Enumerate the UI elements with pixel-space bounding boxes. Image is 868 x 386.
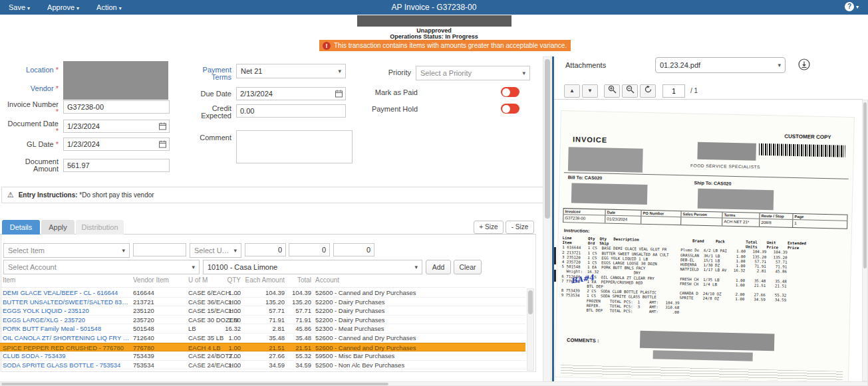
help-icon: ? [845,2,854,11]
location-label[interactable]: Location [7,66,59,74]
table-scrollbar-track[interactable] [527,288,534,371]
item-search-input[interactable] [133,243,186,256]
clear-button[interactable]: Clear [454,260,482,274]
chevron-down-icon: ▾ [778,62,781,68]
item-link[interactable]: SODA SPRITE GLASS BOTTLE - 753534 [3,361,130,370]
item-link[interactable]: EGGS YOLK LIQUID - 235120 [3,306,130,316]
zoom-out-icon[interactable] [622,84,638,98]
account-cell: 52600 - Canned and Dry Purchases [315,334,482,343]
page-number-input[interactable] [662,84,685,98]
header-account[interactable]: Account [315,276,482,284]
each-amount-input[interactable] [289,243,330,256]
horizontal-scrollbar-track[interactable] [0,381,868,386]
table-row[interactable]: CLUB SODA - 753439753439CASE 24/BOTTLE 1… [0,351,525,361]
select-account-dropdown[interactable]: Select Account ▾ [3,260,200,274]
payment-terms-label[interactable]: Payment Terms [192,66,231,81]
pdf-scrollbar-track[interactable] [862,100,868,381]
details-table-rows: DEMI GLACE VEAL/BEEF - CL - 616644616644… [0,288,525,369]
each-amount-cell: 34.59 [243,361,285,370]
entry-instructions-bar: ⚠ Entry Instructions: *Do short pay this… [1,187,547,203]
table-row[interactable]: EGGS LARGE/XLG - 235720235720CASE 30 DOZ… [0,316,525,325]
app-window: AP Invoice - G37238-00 Save▾ Approve▾ Ac… [0,0,868,386]
alert-icon: ! [323,42,331,50]
page-up-button[interactable]: ▲ [564,84,580,98]
priority-select[interactable]: Select a Priority ▾ [416,66,530,80]
header-qty[interactable]: QTY [218,276,241,284]
approve-menu[interactable]: Approve▾ [39,3,88,11]
due-date-input[interactable] [236,87,346,100]
increase-size-button[interactable]: + Size [474,221,504,234]
table-row[interactable]: OIL CANOLA ZT/ SHORTENING LIQ FRY 35L...… [0,334,525,343]
select-item-dropdown[interactable]: Select Item ▾ [3,243,130,258]
payment-hold-toggle[interactable] [501,104,519,114]
download-icon[interactable] [797,58,811,71]
page-down-button[interactable]: ▼ [582,84,598,98]
table-scrollbar-thumb[interactable] [528,290,533,314]
mark-as-paid-toggle[interactable] [501,87,519,97]
header-total[interactable]: Total [286,276,311,284]
gl-date-input[interactable] [63,138,170,151]
vendor-item-cell: 753534 [133,361,185,370]
total-input[interactable] [333,243,374,256]
rotate-icon[interactable] [640,84,656,98]
main-scrollbar-track[interactable] [543,56,551,382]
item-link[interactable]: PORK BUTT Family Meal - 501548 [3,324,130,334]
table-row[interactable]: BUTTER UNSALTED/SWEET/SALTED 83% 1 ...21… [0,298,525,307]
save-menu[interactable]: Save▾ [0,3,39,11]
chevron-down-icon: ▾ [122,247,125,254]
credit-expected-input[interactable] [236,104,346,118]
calendar-icon[interactable] [159,122,166,132]
tab-details[interactable]: Details [2,220,40,235]
header-item[interactable]: Item [3,276,130,284]
action-menu[interactable]: Action▾ [88,3,130,11]
select-uom-dropdown[interactable]: Select Unit of Mea ▾ [190,243,241,258]
horizontal-scrollbar-thumb[interactable] [1,383,388,385]
table-row[interactable]: DEMI GLACE VEAL/BEEF - CL - 616644616644… [0,288,525,298]
qty-input[interactable] [245,243,286,256]
item-link[interactable]: EGGS LARGE/XLG - 235720 [3,316,130,325]
chevron-down-icon: ▾ [76,5,79,11]
header-each-amount[interactable]: Each Amount [243,276,285,284]
pdf-viewer[interactable]: INVOICE CUSTOMER COPY FOOD SERVICE SPECI… [554,100,862,381]
vendor-item-cell: 501548 [133,324,185,334]
vendor-label[interactable]: Vendor [7,85,59,92]
item-link[interactable]: OIL CANOLA ZT/ SHORTENING LIQ FRY 35L... [3,334,130,343]
zoom-in-icon[interactable] [604,84,620,98]
each-amount-cell: 2.81 [243,324,285,334]
account-dropdown[interactable]: 10100 - Casa Limone ▾ [203,260,422,274]
chevron-down-icon: ▾ [338,68,341,74]
scan-redacted-box [698,189,774,211]
qty-cell: 1.00 [218,298,241,307]
comment-input[interactable] [236,130,353,163]
help-menu[interactable]: ? ▾ [845,2,859,11]
table-row[interactable]: SODA SPRITE GLASS BOTTLE - 753534753534C… [0,361,525,370]
table-row[interactable]: SPICE PEPPER RED CRUSHED - 776780776780E… [0,343,525,352]
pdf-scrollbar-thumb[interactable] [863,102,867,268]
document-date-input[interactable] [63,120,170,133]
item-link[interactable]: SPICE PEPPER RED CRUSHED - 776780 [3,343,130,353]
add-button[interactable]: Add [426,260,451,274]
table-row[interactable]: PORK BUTT Family Meal - 501548501548LB16… [0,324,525,334]
warning-triangle-icon: ⚠ [7,191,14,199]
tab-distribution[interactable]: Distribution [76,220,124,235]
item-link[interactable]: BUTTER UNSALTED/SWEET/SALTED 83% 1 ... [3,298,130,307]
item-link[interactable]: CLUB SODA - 753439 [3,351,130,361]
decrease-size-button[interactable]: - Size [506,221,534,234]
attachment-file-dropdown[interactable]: 01.23.24.pdf ▾ [655,57,786,73]
credit-expected-label: Credit Expected [192,105,231,120]
calendar-icon[interactable] [159,140,166,149]
item-link[interactable]: DEMI GLACE VEAL/BEEF - CL - 616644 [3,288,130,298]
header-vendor-item[interactable]: Vendor Item [133,276,185,284]
scan-customer-copy: CUSTOMER COPY [784,134,831,141]
document-amount-input[interactable] [63,159,170,172]
calendar-icon[interactable] [335,90,343,99]
invoice-number-label: Invoice Number [7,101,59,116]
document-date-label: Document Date [7,120,59,135]
main-scrollbar-thumb[interactable] [545,59,550,219]
warning-text: This transaction contains items with amo… [334,42,567,49]
payment-hold-label: Payment Hold [359,106,418,113]
invoice-number-input[interactable] [63,100,170,114]
payment-terms-select[interactable]: Net 21 ▾ [236,64,346,78]
table-row[interactable]: EGGS YOLK LIQUID - 235120235120CASE 15/E… [0,306,525,316]
tab-apply[interactable]: Apply [41,220,74,235]
